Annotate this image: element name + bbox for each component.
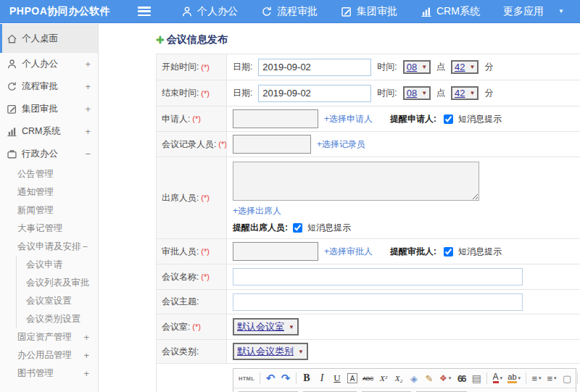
paste-icon[interactable]: ▤ bbox=[471, 372, 481, 385]
undo-icon[interactable]: ↶ bbox=[265, 372, 276, 385]
meeting-room-select[interactable]: 默认会议室 ▼ bbox=[233, 318, 299, 335]
required-mark: (*) bbox=[201, 272, 210, 281]
field-value: +选择出席人 提醒出席人员: 短消息提示 bbox=[227, 157, 580, 238]
menu-icon[interactable] bbox=[138, 7, 151, 16]
start-date-input[interactable] bbox=[258, 59, 371, 76]
sidebar-item-fixed-assets[interactable]: 固定资产管理 + bbox=[0, 328, 98, 346]
nav-label: 集团审批 bbox=[357, 5, 397, 18]
redo-icon[interactable]: ↷ bbox=[281, 372, 291, 385]
approver-input[interactable] bbox=[233, 242, 318, 261]
field-value: 日期: 时间: 08 ▼ 点 42 ▼ 分 bbox=[227, 80, 580, 106]
expand-plus-icon[interactable]: + bbox=[85, 126, 91, 137]
nav-process-approval[interactable]: 流程审批 bbox=[261, 5, 318, 18]
blockquote-button[interactable]: 66 bbox=[456, 372, 466, 385]
sidebar-item-meeting-list-approval[interactable]: 会议列表及审批 bbox=[17, 274, 98, 292]
sidebar-item-meeting-apply[interactable]: 会议申请 bbox=[17, 256, 98, 274]
sidebar-item-process-approval[interactable]: 流程审批 + bbox=[0, 75, 98, 98]
ordered-list-button[interactable]: ≡ ▾ bbox=[531, 372, 542, 385]
required-mark: (*) bbox=[201, 89, 210, 98]
choose-attendees-link[interactable]: +选择出席人 bbox=[233, 205, 281, 217]
field-value: 日期: 时间: 08 ▼ 点 42 ▼ 分 bbox=[227, 54, 580, 80]
toolbar-separator bbox=[526, 372, 526, 384]
choose-recorder-link[interactable]: +选择记录员 bbox=[317, 138, 365, 151]
expand-plus-icon[interactable]: + bbox=[83, 332, 89, 343]
attendees-textarea[interactable] bbox=[233, 162, 479, 201]
row-meeting-category: 会议类别: 默认会议类别 ▼ bbox=[157, 340, 580, 364]
font-color-button[interactable]: A ▾ bbox=[492, 372, 502, 385]
page-title: ✚ 会议信息发布 bbox=[156, 33, 580, 46]
nav-personal-office[interactable]: 个人办公 bbox=[181, 5, 238, 18]
end-hour-select[interactable]: 08 ▼ bbox=[403, 86, 431, 100]
meeting-category-select[interactable]: 默认会议类别 ▼ bbox=[233, 343, 308, 360]
sidebar-item-meeting-group[interactable]: 会议申请及安排 − bbox=[0, 238, 98, 256]
caret-down-icon: ▼ bbox=[470, 64, 476, 70]
start-hour-select[interactable]: 08 ▼ bbox=[403, 60, 431, 74]
palette-glyph: ❖ bbox=[439, 373, 447, 383]
sidebar-item-events-mgmt[interactable]: 大事记管理 bbox=[0, 220, 98, 238]
sidebar-item-office-supplies[interactable]: 办公用品管理 + bbox=[0, 346, 98, 364]
recorder-input[interactable] bbox=[233, 135, 311, 154]
row-approver: 审批人员: (*) +选择审批人 提醒审批人: 短消息提示 bbox=[157, 239, 580, 264]
sidebar-item-meeting-room-setting[interactable]: 会议室设置 bbox=[17, 292, 98, 310]
sidebar-item-personal-desktop[interactable]: 个人桌面 bbox=[0, 24, 98, 53]
unordered-list-button[interactable]: ≡ ▾ bbox=[547, 372, 557, 385]
choose-approver-link[interactable]: +选择审批人 bbox=[324, 246, 373, 258]
remove-format-icon[interactable]: ◈ bbox=[409, 372, 419, 385]
field-value: +选择记录员 bbox=[227, 132, 580, 157]
caret-down-icon: ▼ bbox=[421, 64, 427, 70]
expand-plus-icon[interactable]: + bbox=[85, 104, 91, 114]
meeting-topic-input[interactable] bbox=[233, 293, 523, 311]
caret-down-icon: ▾ bbox=[518, 375, 521, 381]
required-mark: (*) bbox=[201, 63, 210, 72]
expand-plus-icon[interactable]: + bbox=[85, 81, 91, 92]
font-style-button[interactable]: A bbox=[347, 373, 357, 383]
sidebar-item-announcement-mgmt[interactable]: 公告管理 bbox=[0, 165, 98, 183]
nav-more-apps[interactable]: 更多应用 ▼ bbox=[503, 5, 564, 18]
expand-plus-icon[interactable]: + bbox=[85, 59, 91, 70]
subscript-button[interactable]: X₂ bbox=[394, 372, 404, 385]
sms-remind-checkbox[interactable] bbox=[293, 223, 302, 233]
sidebar-item-admin-office[interactable]: 行政办公 − bbox=[0, 143, 98, 165]
highlight-color-button[interactable]: ab ▾ bbox=[508, 372, 521, 385]
nav-crm-system[interactable]: CRM系统 bbox=[420, 5, 480, 18]
strikethrough-button[interactable]: ABC bbox=[362, 372, 373, 385]
sidebar-item-crm[interactable]: CRM系统 + bbox=[0, 120, 98, 143]
superscript-button[interactable]: X² bbox=[378, 372, 389, 385]
color-palette-icon[interactable]: ❖ ▾ bbox=[439, 372, 451, 385]
end-minute-select[interactable]: 42 ▼ bbox=[451, 86, 478, 100]
sidebar-item-book-mgmt[interactable]: 图书管理 + bbox=[0, 364, 98, 383]
sms-remind-checkbox[interactable] bbox=[444, 247, 453, 257]
meeting-submenu: 会议申请 会议列表及审批 会议室设置 会议类别设置 bbox=[16, 256, 98, 328]
collapse-minus-icon[interactable]: − bbox=[85, 149, 91, 159]
minute-unit: 分 bbox=[484, 87, 493, 99]
row-attendees: 出席人员: (*) +选择出席人 提醒出席人员: 短消息提示 bbox=[157, 157, 580, 239]
remind-attendees-row: 提醒出席人员: 短消息提示 bbox=[233, 222, 351, 234]
bold-button[interactable]: B bbox=[302, 372, 312, 385]
collapse-minus-icon[interactable]: − bbox=[83, 242, 88, 252]
sidebar-item-personal-office[interactable]: 个人办公 + bbox=[0, 53, 98, 75]
sidebar-item-meeting-category-setting[interactable]: 会议类别设置 bbox=[17, 310, 98, 328]
expand-plus-icon[interactable]: + bbox=[83, 350, 89, 361]
end-date-input[interactable] bbox=[258, 85, 371, 102]
sidebar-item-group-approval[interactable]: 集团审批 + bbox=[0, 98, 98, 120]
sidebar-item-label: 通知管理 bbox=[17, 186, 54, 199]
sidebar-item-label: 固定资产管理 bbox=[17, 331, 83, 343]
italic-button[interactable]: I bbox=[317, 372, 327, 385]
html-source-button[interactable]: HTML bbox=[239, 372, 254, 385]
new-document-icon[interactable]: ▢ bbox=[562, 372, 572, 385]
nav-group-approval[interactable]: 集团审批 bbox=[341, 5, 397, 18]
row-meeting-room: 会议室: (*) 默认会议室 ▼ bbox=[157, 314, 580, 340]
row-meeting-topic: 会议主题: bbox=[157, 290, 580, 314]
choose-applicant-link[interactable]: +选择申请人 bbox=[324, 113, 373, 125]
sms-remind-checkbox[interactable] bbox=[444, 114, 453, 124]
sidebar-item-news-mgmt[interactable]: 新闻管理 bbox=[0, 201, 98, 220]
meeting-name-input[interactable] bbox=[233, 268, 523, 285]
start-minute-select[interactable]: 42 ▼ bbox=[451, 60, 478, 74]
caret-down-icon: ▾ bbox=[539, 375, 542, 381]
expand-plus-icon[interactable]: + bbox=[83, 368, 89, 379]
underline-button[interactable]: U bbox=[332, 372, 342, 385]
sidebar-item-notice-mgmt[interactable]: 通知管理 bbox=[0, 183, 98, 201]
required-mark: (*) bbox=[192, 114, 201, 123]
format-painter-icon[interactable]: ✎ bbox=[424, 372, 434, 385]
applicant-input[interactable] bbox=[233, 109, 318, 128]
